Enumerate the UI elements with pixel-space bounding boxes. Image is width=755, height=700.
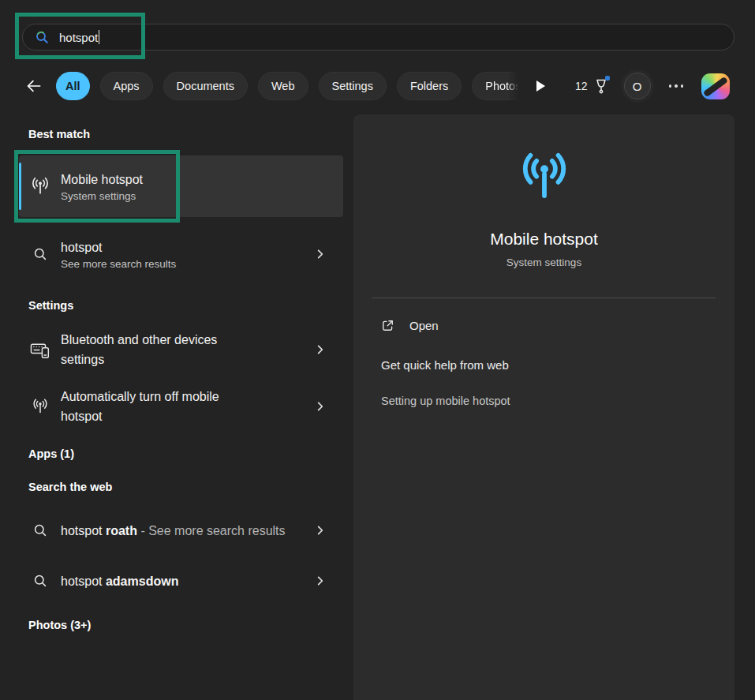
selection-accent-bar [19,163,21,210]
tab-web[interactable]: Web [258,72,308,100]
open-external-icon [381,319,394,332]
result-bluetooth-devices-settings[interactable]: Bluetooth and other devices settings [19,328,343,372]
search-the-web-header: Search the web [28,481,353,493]
chevron-right-icon [315,575,326,586]
result-title: hotspot [61,238,315,257]
chevron-right-icon [315,344,326,355]
user-avatar[interactable]: O [624,73,651,99]
ellipsis-icon [669,84,672,88]
more-filters-button[interactable] [530,74,551,98]
tab-all[interactable]: All [56,72,90,100]
rewards-button[interactable]: 12 [575,77,609,95]
detail-subtitle: System settings [353,256,734,269]
chevron-right-icon [315,401,326,412]
play-icon [536,80,545,92]
result-web-hotspot-adamsdown[interactable]: hotspot adamsdown [19,563,343,598]
back-arrow-icon [25,77,43,95]
search-query-text: hotspot [59,31,98,44]
result-subtitle: See more search results [61,257,315,271]
apps-header: Apps (1) [28,447,353,460]
result-title: Automatically turn off mobile hotspot [61,387,253,426]
toolbar-right-cluster: 12 O [575,73,734,99]
filter-tab-bar: All Apps Documents Web Settings Folders … [22,69,734,103]
result-detail-panel: Mobile hotspot System settings Open Get … [353,114,734,700]
settings-header: Settings [28,299,353,312]
avatar-initial: O [633,80,642,93]
chevron-right-icon [315,249,326,260]
open-action[interactable]: Open [381,319,439,332]
result-title: Bluetooth and other devices settings [61,330,253,369]
search-results-column: Best match Mobile hotspot System setting… [0,114,353,631]
photos-header: Photos (3+) [28,619,353,631]
windows-search-panel: hotspot All Apps Documents Web Settings … [0,0,755,700]
more-options-button[interactable] [666,81,687,91]
hotspot-icon [19,175,61,197]
best-match-header: Best match [28,114,353,140]
tab-documents[interactable]: Documents [163,72,248,100]
text-caret [99,30,99,44]
back-button[interactable] [22,74,46,98]
help-link-setting-up-hotspot[interactable]: Setting up mobile hotspot [381,395,510,407]
result-mobile-hotspot[interactable]: Mobile hotspot System settings [19,155,343,217]
tab-apps[interactable]: Apps [100,72,153,100]
tab-photos[interactable]: Photos [472,72,518,100]
result-auto-turn-off-hotspot[interactable]: Automatically turn off mobile hotspot [19,384,343,429]
search-input[interactable]: hotspot [22,24,734,51]
tab-settings[interactable]: Settings [319,72,387,100]
rewards-icon [593,77,609,95]
search-icon [19,573,61,589]
open-label: Open [409,319,439,332]
result-see-more-search[interactable]: hotspot See more search results [19,234,343,275]
notification-dot [605,76,610,80]
result-title: Mobile hotspot [61,170,343,189]
devices-icon [19,339,61,361]
divider [372,298,716,298]
tab-folders[interactable]: Folders [397,72,462,100]
chevron-right-icon [315,525,326,536]
result-title: hotspot roath - See more search results [61,521,308,541]
copilot-button[interactable] [701,73,730,99]
hotspot-icon [19,397,61,416]
mobile-hotspot-icon [515,148,574,206]
result-title: hotspot adamsdown [61,571,308,591]
detail-title: Mobile hotspot [353,228,734,249]
result-web-hotspot-roath[interactable]: hotspot roath - See more search results [19,508,343,552]
search-icon [19,522,61,538]
rewards-count: 12 [575,80,588,92]
search-icon [19,246,61,262]
result-subtitle: System settings [61,189,343,204]
search-icon [34,29,50,46]
quick-help-heading: Get quick help from web [381,358,734,372]
